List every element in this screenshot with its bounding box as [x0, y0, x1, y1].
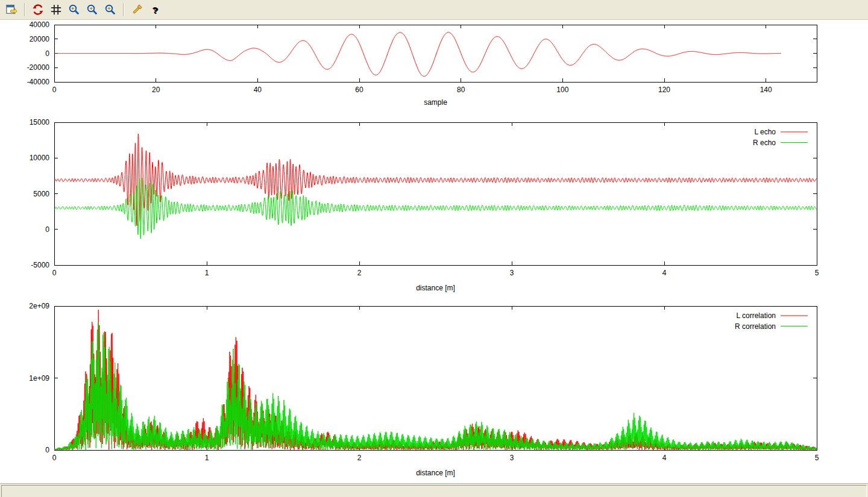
x-tick-label: 40: [254, 86, 262, 94]
plot-border: [54, 122, 817, 265]
x-tick-label: 60: [355, 86, 363, 94]
x-tick-label: 80: [457, 86, 465, 94]
configure-icon: [131, 4, 143, 16]
svg-text:?: ?: [152, 5, 157, 15]
x-axis-label: distance [m]: [416, 469, 455, 477]
y-tick-label: -20000: [27, 63, 50, 72]
replot-button[interactable]: [30, 2, 46, 17]
pulse-chart[interactable]: 020406080100120140-40000-200000200004000…: [0, 20, 868, 115]
x-tick-label: 2: [357, 269, 362, 277]
y-tick-label: 0: [45, 225, 49, 234]
x-tick-label: 4: [662, 269, 667, 277]
y-tick-label: 1e+09: [29, 374, 49, 383]
series-pulse: [54, 33, 781, 77]
x-tick-label: 3: [510, 454, 514, 462]
legend-label: L correlation: [736, 311, 776, 320]
correlation-chart[interactable]: 01234501e+092e+09distance [m]L correlati…: [0, 299, 868, 483]
plot-border: [54, 306, 817, 450]
y-tick-label: 0: [45, 446, 49, 454]
toolbar-separator: [24, 3, 25, 16]
x-tick-label: 0: [52, 86, 57, 94]
y-tick-label: 40000: [30, 20, 50, 29]
x-axis-label: sample: [424, 98, 447, 107]
gnuplot-window: ? ? 020406080100120140-40000-20000020000…: [0, 0, 868, 497]
x-tick-label: 4: [662, 454, 667, 462]
toolbar: ? ?: [0, 0, 868, 20]
copy-to-clipboard-icon: [5, 4, 17, 16]
legend-label: R echo: [753, 139, 776, 147]
zoom-next-icon: [86, 4, 98, 16]
x-tick-label: 140: [760, 86, 772, 94]
y-tick-label: 2e+09: [29, 302, 49, 310]
help-icon: ? ?: [149, 4, 161, 16]
x-tick-label: 2: [357, 454, 362, 462]
toolbar-separator: [123, 3, 124, 16]
x-tick-label: 5: [815, 454, 819, 462]
copy-plot-button[interactable]: [4, 2, 19, 17]
series-l-correlation: [54, 310, 817, 450]
legend-label: L echo: [754, 128, 776, 136]
status-bar: [0, 483, 868, 497]
y-tick-label: 0: [45, 49, 49, 58]
grid-icon: [50, 4, 62, 16]
x-axis-label: distance [m]: [416, 284, 455, 292]
zoom-next-button[interactable]: [84, 2, 100, 17]
y-tick-label: 10000: [30, 154, 50, 162]
replot-icon: [32, 4, 44, 16]
help-button[interactable]: ? ?: [147, 2, 163, 17]
x-tick-label: 3: [510, 269, 514, 277]
x-tick-label: 1: [205, 269, 209, 277]
x-tick-label: 0: [52, 454, 57, 462]
y-tick-label: -40000: [27, 78, 50, 86]
y-tick-label: 5000: [33, 190, 49, 198]
plot-area: 020406080100120140-40000-200000200004000…: [0, 20, 868, 483]
x-tick-label: 100: [556, 86, 568, 94]
zoom-previous-icon: [68, 4, 80, 16]
x-tick-label: 0: [52, 269, 57, 277]
x-tick-label: 5: [815, 269, 819, 277]
zoom-previous-button[interactable]: [66, 2, 82, 17]
x-tick-label: 1: [205, 454, 209, 462]
status-text: [1, 485, 867, 497]
y-tick-label: -5000: [31, 261, 49, 269]
configure-button[interactable]: [129, 2, 145, 17]
toggle-grid-button[interactable]: [48, 2, 64, 17]
autoscale-icon: [104, 4, 116, 16]
echo-chart[interactable]: 012345-5000050001000015000distance [m]L …: [0, 115, 868, 299]
autoscale-button[interactable]: [102, 2, 118, 17]
series-r-correlation: [54, 322, 817, 450]
y-tick-label: 15000: [30, 118, 50, 127]
series-l-echo: [54, 134, 817, 226]
x-tick-label: 120: [658, 86, 670, 94]
legend-label: R correlation: [735, 322, 776, 331]
x-tick-label: 20: [152, 86, 160, 94]
y-tick-label: 20000: [30, 35, 50, 43]
